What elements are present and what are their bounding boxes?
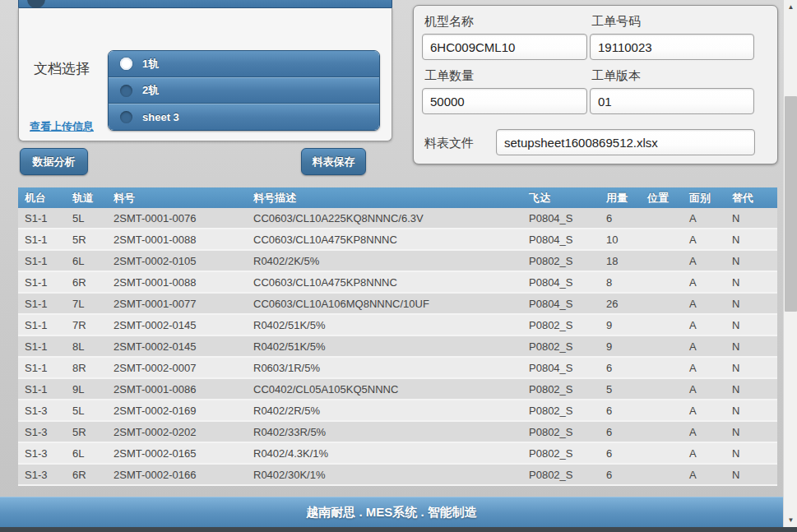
table-cell: A bbox=[683, 379, 725, 399]
table-cell: P0804_S bbox=[522, 208, 600, 228]
table-cell: S1-1 bbox=[18, 272, 66, 292]
table-cell: P0802_S bbox=[522, 400, 600, 420]
radio-dot-icon bbox=[120, 111, 132, 123]
window-bottom-edge bbox=[0, 527, 797, 532]
table-cell: A bbox=[683, 422, 725, 442]
table-cell: S1-3 bbox=[18, 443, 66, 463]
table-row[interactable]: S1-17R2SMT-0002-0145R0402/51K/5%P0802_S9… bbox=[18, 315, 777, 336]
scrollbar-thumb[interactable] bbox=[785, 96, 797, 312]
table-cell: P0802_S bbox=[522, 422, 600, 442]
table-cell: S1-1 bbox=[18, 336, 66, 356]
table-cell: A bbox=[683, 358, 725, 377]
table-row[interactable]: S1-18R2SMT-0002-0007R0603/1R/5%P0804_S6A… bbox=[18, 358, 777, 379]
radio-option-track2[interactable]: 2轨 bbox=[109, 77, 379, 104]
table-cell bbox=[641, 229, 683, 249]
table-cell: 8L bbox=[66, 336, 107, 356]
scroll-up-icon[interactable]: ▲ bbox=[784, 0, 797, 14]
sheet-radio-group: 1轨 2轨 sheet 3 bbox=[108, 50, 380, 131]
table-cell: R0402/30K/1% bbox=[247, 465, 522, 484]
table-cell: 5 bbox=[600, 379, 641, 399]
table-cell: 2SMT-0002-0169 bbox=[107, 400, 247, 420]
table-header-cell: 料号描述 bbox=[247, 187, 522, 208]
table-row[interactable]: S1-35L2SMT-0002-0169R0402/2R/5%P0802_S6A… bbox=[18, 400, 777, 422]
table-cell: R0402/51K/5% bbox=[247, 336, 522, 356]
table-cell: A bbox=[683, 294, 725, 313]
radio-option-sheet3[interactable]: sheet 3 bbox=[109, 104, 379, 130]
table-cell: 6 bbox=[600, 422, 641, 442]
table-cell: 6 bbox=[600, 465, 641, 484]
table-cell: CC0402/CL05A105KQ5NNNC bbox=[247, 379, 522, 399]
table-cell: P0804_S bbox=[522, 229, 600, 249]
table-cell: 8R bbox=[66, 358, 107, 377]
table-cell: 18 bbox=[600, 251, 641, 271]
table-row[interactable]: S1-19L2SMT-0001-0086CC0402/CL05A105KQ5NN… bbox=[18, 379, 777, 400]
table-cell: P0802_S bbox=[522, 465, 600, 484]
table-row[interactable]: S1-15R2SMT-0001-0088CC0603/CL10A475KP8NN… bbox=[18, 229, 777, 251]
table-cell: R0402/33R/5% bbox=[247, 422, 522, 442]
table-cell: N bbox=[725, 422, 777, 442]
view-upload-info-link[interactable]: 查看上传信息 bbox=[30, 119, 94, 134]
table-cell: P0804_S bbox=[522, 358, 600, 377]
material-table: 机台轨道料号料号描述飞达用量位置面别替代 S1-15L2SMT-0001-007… bbox=[18, 187, 777, 486]
table-cell: 10 bbox=[600, 229, 641, 249]
table-cell: CC0603/CL10A106MQ8NNNC/10UF bbox=[247, 294, 522, 313]
table-cell: 2SMT-0001-0088 bbox=[107, 229, 247, 249]
vertical-scrollbar[interactable]: ▲ ▼ bbox=[783, 0, 797, 527]
table-row[interactable]: S1-16L2SMT-0002-0105R0402/2K/5%P0802_S18… bbox=[18, 251, 777, 272]
table-cell: 6L bbox=[66, 443, 107, 463]
document-select-label: 文档选择 bbox=[34, 59, 90, 78]
table-cell: R0402/2R/5% bbox=[247, 400, 522, 420]
radio-option-track1[interactable]: 1轨 bbox=[109, 51, 379, 77]
work-order-number-input[interactable] bbox=[590, 34, 754, 60]
model-name-input[interactable] bbox=[422, 34, 587, 60]
table-cell: R0402/2K/5% bbox=[247, 251, 522, 271]
table-header-cell: 面别 bbox=[683, 187, 725, 208]
table-cell: A bbox=[683, 465, 725, 484]
table-row[interactable]: S1-35R2SMT-0002-0202R0402/33R/5%P0802_S6… bbox=[18, 422, 777, 443]
table-row[interactable]: S1-18L2SMT-0002-0145R0402/51K/5%P0802_S9… bbox=[18, 336, 777, 358]
table-cell: 2SMT-0002-0145 bbox=[107, 336, 247, 356]
table-row[interactable]: S1-36R2SMT-0002-0166R0402/30K/1%P0802_S6… bbox=[18, 465, 777, 486]
table-cell bbox=[641, 336, 683, 356]
table-cell: S1-3 bbox=[18, 465, 66, 484]
scroll-down-icon[interactable]: ▼ bbox=[784, 513, 797, 527]
table-row[interactable]: S1-15L2SMT-0001-0076CC0603/CL10A225KQ8NN… bbox=[18, 208, 777, 229]
dialog-header bbox=[18, 0, 392, 8]
table-cell: 2SMT-0001-0086 bbox=[107, 379, 247, 399]
table-cell bbox=[641, 422, 683, 442]
radio-option-label: sheet 3 bbox=[142, 111, 179, 123]
work-order-qty-label: 工单数量 bbox=[424, 68, 474, 84]
table-cell: S1-1 bbox=[18, 294, 66, 313]
table-cell: 5L bbox=[66, 208, 107, 228]
table-cell: P0802_S bbox=[522, 443, 600, 463]
table-cell bbox=[641, 294, 683, 313]
work-order-qty-input[interactable] bbox=[422, 88, 587, 114]
table-cell: A bbox=[683, 400, 725, 420]
table-cell: 7L bbox=[66, 294, 107, 313]
table-row[interactable]: S1-17L2SMT-0001-0077CC0603/CL10A106MQ8NN… bbox=[18, 294, 777, 315]
table-cell: 2SMT-0002-0145 bbox=[107, 315, 247, 335]
table-cell: 5R bbox=[66, 229, 107, 249]
table-cell: P0804_S bbox=[522, 272, 600, 292]
table-cell: CC0603/CL10A475KP8NNNC bbox=[247, 272, 522, 292]
table-cell: N bbox=[725, 336, 777, 356]
model-name-label: 机型名称 bbox=[424, 14, 474, 30]
save-material-table-button[interactable]: 料表保存 bbox=[301, 148, 366, 175]
table-cell: 6 bbox=[600, 400, 641, 420]
table-row[interactable]: S1-36L2SMT-0002-0165R0402/4.3K/1%P0802_S… bbox=[18, 443, 777, 465]
material-file-input[interactable] bbox=[496, 129, 755, 155]
table-cell: 2SMT-0001-0088 bbox=[107, 272, 247, 292]
table-cell: 26 bbox=[600, 294, 641, 313]
table-cell bbox=[641, 465, 683, 484]
radio-option-label: 2轨 bbox=[142, 83, 159, 98]
table-cell: A bbox=[683, 443, 725, 463]
table-cell: 7R bbox=[66, 315, 107, 335]
table-row[interactable]: S1-16R2SMT-0001-0088CC0603/CL10A475KP8NN… bbox=[18, 272, 777, 294]
table-cell: CC0603/CL10A225KQ8NNNC/6.3V bbox=[247, 208, 522, 228]
work-order-version-input[interactable] bbox=[590, 88, 754, 114]
table-cell: 8 bbox=[600, 272, 641, 292]
table-cell: S1-1 bbox=[18, 208, 66, 228]
data-analysis-button[interactable]: 数据分析 bbox=[20, 148, 88, 175]
table-cell bbox=[641, 208, 683, 228]
table-cell: 6 bbox=[600, 358, 641, 377]
